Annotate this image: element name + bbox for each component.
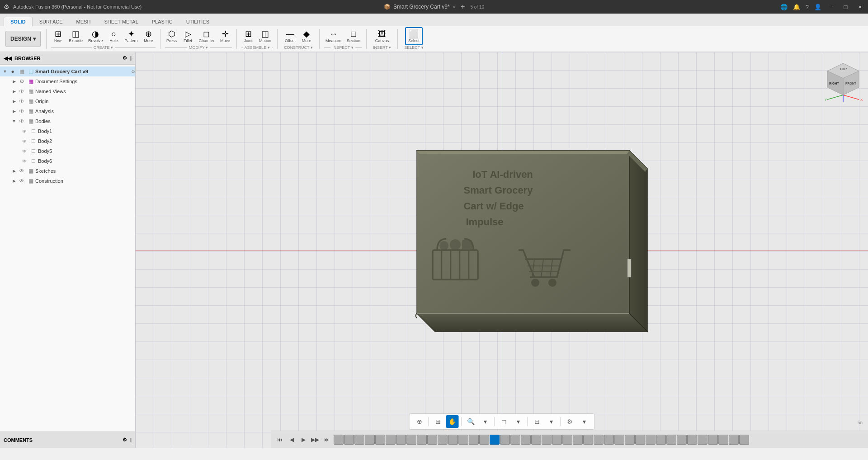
body5-checkbox-icon[interactable]: ☐	[30, 147, 37, 155]
timeline-item[interactable]	[604, 435, 614, 445]
timeline-item[interactable]	[594, 435, 604, 445]
view-cube[interactable]: TOP FRONT RIGHT X Y Z	[823, 61, 859, 97]
comments-bar[interactable]: COMMENTS ⚙ |	[0, 432, 135, 448]
body6-eye-icon[interactable]: 👁	[21, 157, 28, 165]
expand-root[interactable]: ▼	[2, 68, 8, 75]
tool-joint[interactable]: ⊞ Joint	[241, 27, 256, 45]
browser-resize-icon[interactable]: |	[130, 55, 132, 61]
tab-plastic[interactable]: PLASTIC	[145, 17, 179, 26]
timeline-item[interactable]	[334, 435, 344, 445]
settings-dropdown-btn[interactable]: ▾	[578, 415, 591, 428]
timeline-item[interactable]	[500, 435, 510, 445]
timeline-item[interactable]	[573, 435, 583, 445]
tree-item-bodies[interactable]: ▼ 👁 ▦ Bodies	[0, 116, 135, 126]
tab-mesh[interactable]: MESH	[70, 17, 98, 26]
body2-checkbox-icon[interactable]: ☐	[30, 138, 37, 145]
tree-item-analysis[interactable]: ▶ 👁 ▦ Analysis	[0, 106, 135, 116]
browser-back-icon[interactable]: ◀◀	[4, 55, 12, 62]
viewport[interactable]: IoT AI-driven Smart Grocery Cart w/ Edge…	[136, 52, 868, 448]
tool-hole[interactable]: ○ Hole	[106, 27, 122, 45]
expand-bodies[interactable]: ▼	[11, 118, 17, 124]
viewport-tool-btn[interactable]: ⊟	[531, 415, 543, 428]
tree-item-root[interactable]: ▼ ● ▦ ◫ Smart Grocery Cart v9 ⚙	[0, 66, 135, 76]
pan-tool-btn[interactable]: ✋	[446, 415, 459, 428]
timeline-item[interactable]	[344, 435, 354, 445]
tree-item-body6[interactable]: 👁 ☐ Body6	[0, 156, 135, 166]
timeline-item[interactable]	[427, 435, 437, 445]
expand-sketches[interactable]: ▶	[11, 168, 17, 174]
tool-create-more[interactable]: ⊕ More	[141, 27, 156, 45]
timeline-item[interactable]	[386, 435, 396, 445]
expand-named-views[interactable]: ▶	[11, 88, 17, 95]
tool-measure[interactable]: ↔ Measure	[323, 27, 344, 45]
tree-item-sketches[interactable]: ▶ 👁 ▦ Sketches	[0, 166, 135, 176]
tab-utilities[interactable]: UTILITIES	[179, 17, 216, 26]
notification-icon[interactable]: 🔔	[793, 4, 800, 10]
display-tool-btn[interactable]: ◻	[498, 415, 510, 428]
tool-new-comp[interactable]: ⊞ New	[50, 27, 66, 45]
expand-analysis[interactable]: ▶	[11, 108, 17, 114]
timeline-item[interactable]	[469, 435, 479, 445]
tool-canvas[interactable]: 🖼 Canvas	[373, 27, 392, 45]
timeline-item[interactable]	[677, 435, 687, 445]
body2-eye-icon[interactable]: 👁	[21, 138, 28, 145]
timeline-item[interactable]	[458, 435, 468, 445]
timeline-item[interactable]	[490, 435, 500, 445]
zoom-dropdown-btn[interactable]: ▾	[479, 415, 492, 428]
3d-model-container[interactable]: IoT AI-driven Smart Grocery Cart w/ Edge…	[358, 114, 675, 386]
tree-item-construction[interactable]: ▶ 👁 ▦ Construction	[0, 176, 135, 186]
timeline-item[interactable]	[448, 435, 458, 445]
timeline-item[interactable]	[510, 435, 520, 445]
body1-checkbox-icon[interactable]: ☐	[30, 128, 37, 135]
user-icon[interactable]: 👤	[814, 4, 821, 10]
tool-extrude[interactable]: ◫ Extrude	[66, 27, 85, 45]
timeline-item[interactable]	[354, 435, 364, 445]
tree-item-doc-settings[interactable]: ▶ ⚙ ▦ Document Settings	[0, 76, 135, 86]
tool-construct-more[interactable]: ◆ More	[299, 27, 314, 45]
tool-motion[interactable]: ◫ Motion	[257, 27, 274, 45]
timeline-item[interactable]	[698, 435, 708, 445]
root-visibility-icon[interactable]: ●	[9, 68, 16, 75]
timeline-prev-btn[interactable]: ◀	[287, 435, 297, 445]
timeline-item[interactable]	[718, 435, 728, 445]
timeline-item[interactable]	[708, 435, 718, 445]
expand-doc-settings[interactable]: ▶	[11, 78, 17, 85]
tree-item-named-views[interactable]: ▶ 👁 ▦ Named Views	[0, 86, 135, 96]
tab-sheet-metal[interactable]: SHEET METAL	[97, 17, 145, 26]
minimize-button[interactable]: −	[827, 3, 836, 11]
tree-item-origin[interactable]: ▶ 👁 ▦ Origin	[0, 96, 135, 106]
body5-eye-icon[interactable]: 👁	[21, 147, 28, 155]
expand-origin[interactable]: ▶	[11, 98, 17, 104]
timeline-first-btn[interactable]: ⏮	[275, 435, 285, 445]
origin-eye-icon[interactable]: 👁	[18, 98, 25, 105]
viewport-dropdown-btn[interactable]: ▾	[545, 415, 558, 428]
add-tab-btn[interactable]: +	[458, 2, 467, 12]
design-button[interactable]: DESIGN ▾	[5, 31, 41, 47]
comments-resize-icon[interactable]: |	[130, 437, 132, 442]
timeline-item[interactable]	[687, 435, 697, 445]
grid-tool-btn[interactable]: ⊞	[432, 415, 444, 428]
tool-offset-plane[interactable]: — Offset	[283, 27, 298, 45]
timeline-play-btn[interactable]: ▶	[298, 435, 308, 445]
tool-press-pull[interactable]: ⬡ Press	[164, 27, 179, 45]
timeline-next-btn[interactable]: ▶▶	[310, 435, 320, 445]
tool-fillet[interactable]: ▷ Fillet	[180, 27, 196, 45]
timeline-item[interactable]	[521, 435, 531, 445]
close-button[interactable]: ×	[855, 3, 864, 11]
timeline-item[interactable]	[542, 435, 552, 445]
comments-settings-icon[interactable]: ⚙	[123, 437, 127, 442]
body6-checkbox-icon[interactable]: ☐	[30, 157, 37, 165]
tree-item-body1[interactable]: 👁 ☐ Body1	[0, 126, 135, 136]
body1-eye-icon[interactable]: 👁	[21, 128, 28, 135]
timeline-item[interactable]	[417, 435, 427, 445]
construction-eye-icon[interactable]: 👁	[18, 177, 25, 185]
close-tab-icon[interactable]: ×	[453, 4, 455, 9]
settings-tool-btn[interactable]: ⚙	[564, 415, 576, 428]
timeline-item[interactable]	[552, 435, 562, 445]
tool-move[interactable]: ✛ Move	[217, 27, 233, 45]
timeline-item[interactable]	[396, 435, 406, 445]
display-dropdown-btn[interactable]: ▾	[512, 415, 525, 428]
tab-surface[interactable]: SURFACE	[33, 17, 70, 26]
tree-item-body2[interactable]: 👁 ☐ Body2	[0, 136, 135, 146]
help-icon[interactable]: ?	[806, 4, 809, 10]
